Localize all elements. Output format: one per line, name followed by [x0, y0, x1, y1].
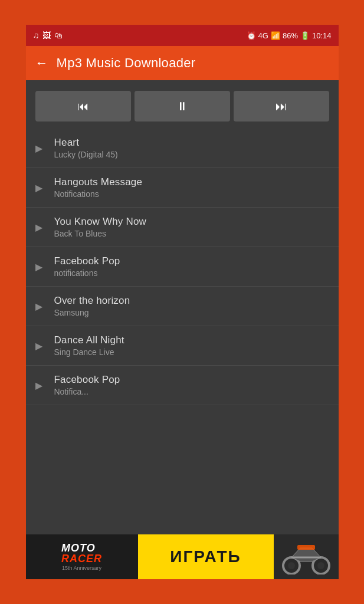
play-icon: ▶: [35, 143, 45, 154]
next-button[interactable]: ⏭: [234, 91, 329, 122]
track-info: Facebook Pop Notifica...: [54, 374, 329, 396]
status-bar-left: ♫ 🖼 🛍: [33, 31, 63, 40]
track-title: Hangouts Message: [54, 176, 329, 188]
ad-image: [274, 534, 339, 579]
track-artist: Samsung: [54, 308, 329, 317]
prev-button[interactable]: ⏮: [35, 91, 131, 122]
track-artist: Notifications: [54, 189, 329, 199]
brand-text: MOTO RACER: [61, 543, 102, 564]
network-label: 4G: [258, 31, 268, 40]
play-icon: ▶: [35, 340, 45, 352]
track-artist: notifications: [54, 268, 329, 278]
track-item[interactable]: ▶ Dance All Night Sing Dance Live: [26, 326, 339, 366]
ad-brand-section: MOTO RACER 15th Anniversary: [26, 534, 138, 579]
track-title: Dance All Night: [54, 334, 329, 346]
play-icon: ▶: [35, 261, 45, 273]
track-title: Over the horizon: [54, 295, 329, 307]
battery-label: 86%: [283, 31, 298, 40]
music-icon: ♫: [33, 31, 40, 40]
motorbike-graphic: [280, 539, 333, 575]
pause-icon: ⏸: [176, 100, 188, 113]
play-icon: ▶: [35, 182, 45, 193]
phone-frame: ♫ 🖼 🛍 ⏰ 4G 📶 86% 🔋 10:14 ← Mp3 Music Dow…: [26, 25, 339, 579]
pause-button[interactable]: ⏸: [135, 91, 230, 122]
ad-play-button[interactable]: ИГРАТЬ: [138, 534, 274, 579]
app-bar: ← Mp3 Music Downloader: [26, 46, 339, 80]
play-icon: ▶: [35, 380, 45, 391]
status-bar-right: ⏰ 4G 📶 86% 🔋 10:14: [247, 31, 332, 40]
track-title: Heart: [54, 137, 329, 149]
track-item[interactable]: ▶ Hangouts Message Notifications: [26, 168, 339, 208]
anniversary-text: 15th Anniversary: [62, 565, 101, 571]
prev-icon: ⏮: [77, 100, 89, 113]
image-icon: 🖼: [42, 31, 51, 40]
back-button[interactable]: ←: [35, 55, 48, 71]
track-artist: Lucky (Digital 45): [54, 150, 329, 159]
svg-rect-3: [297, 545, 315, 550]
app-title: Mp3 Music Downloader: [57, 55, 196, 71]
moto-word: MOTO: [61, 543, 102, 553]
status-bar: ♫ 🖼 🛍 ⏰ 4G 📶 86% 🔋 10:14: [26, 25, 339, 46]
track-item[interactable]: ▶ Heart Lucky (Digital 45): [26, 129, 339, 168]
track-info: Heart Lucky (Digital 45): [54, 137, 329, 159]
track-list: ▶ Heart Lucky (Digital 45) ▶ Hangouts Me…: [26, 129, 339, 534]
alarm-icon: ⏰: [247, 31, 256, 40]
track-item[interactable]: ▶ You Know Why Now Back To Blues: [26, 208, 339, 247]
svg-point-6: [317, 562, 324, 569]
play-icon: ▶: [35, 222, 45, 233]
svg-point-5: [288, 562, 295, 569]
ad-banner[interactable]: MOTO RACER 15th Anniversary ИГРАТЬ: [26, 534, 339, 579]
track-info: Over the horizon Samsung: [54, 295, 329, 317]
shop-icon: 🛍: [54, 31, 63, 40]
track-artist: Sing Dance Live: [54, 347, 329, 357]
track-item[interactable]: ▶ Facebook Pop notifications: [26, 247, 339, 287]
signal-icon: 📶: [271, 31, 280, 40]
track-info: Dance All Night Sing Dance Live: [54, 334, 329, 357]
svg-marker-2: [291, 548, 321, 562]
main-content: ⏮ ⏸ ⏭ ▶ Heart Lucky (Digital 45) ▶ Ha: [26, 80, 339, 579]
track-info: Hangouts Message Notifications: [54, 176, 329, 199]
track-title: You Know Why Now: [54, 216, 329, 228]
player-controls: ⏮ ⏸ ⏭: [26, 80, 339, 129]
track-artist: Back To Blues: [54, 229, 329, 238]
time-display: 10:14: [312, 31, 332, 40]
racer-word: RACER: [61, 553, 102, 564]
play-icon: ▶: [35, 301, 45, 312]
track-info: You Know Why Now Back To Blues: [54, 216, 329, 238]
next-icon: ⏭: [276, 100, 287, 113]
track-title: Facebook Pop: [54, 374, 329, 386]
track-artist: Notifica...: [54, 387, 329, 396]
moto-racer-logo: MOTO RACER: [61, 543, 102, 564]
track-item[interactable]: ▶ Facebook Pop Notifica...: [26, 366, 339, 405]
track-item[interactable]: ▶ Over the horizon Samsung: [26, 287, 339, 326]
track-title: Facebook Pop: [54, 255, 329, 267]
track-info: Facebook Pop notifications: [54, 255, 329, 278]
battery-icon: 🔋: [300, 31, 310, 40]
